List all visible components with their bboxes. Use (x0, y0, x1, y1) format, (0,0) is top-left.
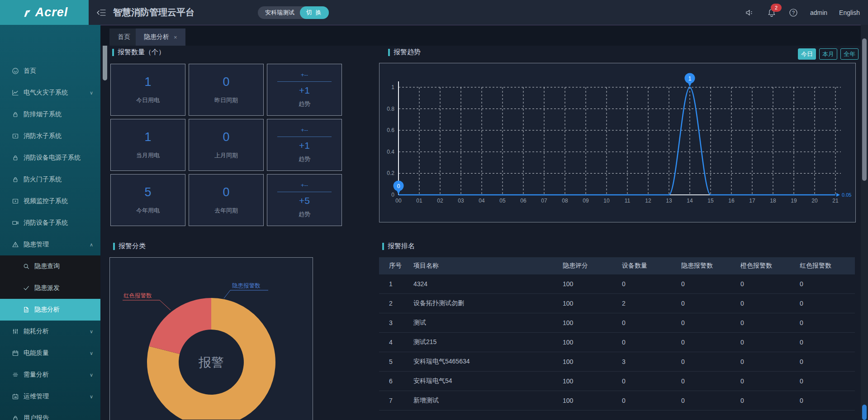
warning-icon (12, 241, 19, 248)
sidebar: 首页电气火灾子系统∨防排烟子系统消防水子系统消防设备电源子系统防火门子系统视频监… (0, 25, 100, 420)
sidebar-item-14[interactable]: 需量分析∨ (0, 364, 100, 386)
sliders-icon (12, 328, 19, 335)
trend-delta: +1 (299, 85, 310, 96)
sidebar-item-label: 用户报告 (24, 414, 49, 420)
cell: 新增测试 (410, 391, 559, 411)
range-button-1[interactable]: 本月 (819, 48, 837, 60)
tab-home[interactable]: 首页 (109, 28, 138, 46)
stat-value: 1 (144, 75, 151, 89)
table-row-1: 2设备拓扑测试勿删1002000 (379, 294, 855, 313)
sidebar-item-label: 消防设备电源子系统 (24, 154, 81, 162)
notification-badge: 2 (771, 4, 782, 12)
sidebar-item-7[interactable]: 消防设备子系统 (0, 212, 100, 234)
sidebar-item-label: 防排烟子系统 (24, 110, 62, 118)
cell: 0 (678, 274, 737, 294)
cell: 0 (796, 274, 855, 294)
alarm-category-chart: 报警隐患报警数红色报警数 (110, 258, 312, 420)
search-icon (23, 263, 30, 270)
stat-value: 0 (223, 185, 229, 199)
sidebar-item-5[interactable]: 防火门子系统 (0, 169, 100, 190)
sidebar-item-1[interactable]: 电气火灾子系统∨ (0, 82, 100, 104)
inner-scrollbar-thumb[interactable] (862, 405, 867, 420)
cell: 0 (737, 274, 796, 294)
cell: 0 (618, 372, 678, 391)
language-switch[interactable]: English (839, 9, 860, 16)
stat-card-6: 5今年用电 (110, 174, 185, 226)
sidebar-item-0[interactable]: 首页 (0, 60, 100, 82)
svg-text:12: 12 (645, 198, 651, 204)
cell: 安科瑞电气5465634 (410, 352, 559, 372)
speaker-icon[interactable] (745, 8, 755, 18)
bell-icon[interactable]: 2 (767, 8, 777, 18)
cell: 3 (379, 313, 410, 333)
table-row-4: 5安科瑞电气54656341003000 (379, 352, 855, 372)
tab-hidden-danger-analysis[interactable]: 隐患分析 × (136, 28, 185, 46)
sidebar-item-12[interactable]: 能耗分析∨ (0, 321, 100, 342)
sidebar-item-9[interactable]: 隐患查询 (0, 255, 100, 277)
sidebar-item-label: 消防水子系统 (24, 132, 62, 140)
svg-text:13: 13 (666, 198, 672, 204)
alarm-trend-title-text: 报警趋势 (394, 48, 421, 57)
svg-text:0.4: 0.4 (387, 149, 394, 155)
svg-text:00: 00 (395, 198, 402, 204)
svg-text:10: 10 (603, 198, 610, 204)
chevron-down-icon: ∨ (90, 329, 93, 335)
tenant-switch-button[interactable]: 切 换 (300, 6, 329, 19)
svg-text:红色报警数: 红色报警数 (123, 293, 152, 299)
stat-card-3: 1当月用电 (110, 119, 185, 171)
sidebar-item-label: 防火门子系统 (24, 175, 62, 184)
alarm-trend-chart: 00.20.40.60.8100010203040506070809101112… (379, 63, 854, 221)
sidebar-item-10[interactable]: 隐患派发 (0, 277, 100, 299)
cell: 0 (737, 294, 796, 313)
demand-icon (12, 371, 19, 378)
stat-label: 上月同期 (214, 151, 238, 160)
svg-text:04: 04 (479, 198, 485, 204)
sidebar-item-label: 消防设备子系统 (24, 219, 68, 227)
sidebar-item-label: 隐患查询 (34, 262, 60, 270)
col-header-4: 隐患报警数 (678, 257, 737, 274)
svg-text:0.6: 0.6 (387, 127, 394, 133)
cell: 3 (618, 352, 678, 372)
chevron-down-icon: ∨ (90, 394, 93, 400)
stat-card-4: 0上月同期 (189, 119, 264, 171)
svg-text:14: 14 (687, 198, 693, 204)
sidebar-item-2[interactable]: 防排烟子系统 (0, 104, 100, 125)
svg-text:?: ? (792, 10, 795, 15)
page-scrollbar-thumb[interactable] (862, 38, 867, 181)
cell: 100 (559, 391, 618, 411)
stat-label: 当月用电 (136, 151, 160, 160)
sidebar-item-6[interactable]: 视频监控子系统 (0, 190, 100, 212)
tab-close-icon[interactable]: × (174, 34, 177, 41)
range-button-2[interactable]: 全年 (840, 48, 859, 60)
sidebar-item-16[interactable]: 用户报告 (0, 407, 100, 420)
cell: 2 (379, 294, 410, 313)
stat-card-7: 0去年同期 (189, 174, 264, 226)
svg-text:0: 0 (397, 183, 400, 189)
sidebar-item-15[interactable]: 运维管理∨ (0, 386, 100, 407)
sidebar-collapse-icon[interactable] (96, 7, 107, 18)
range-button-0[interactable]: 今日 (798, 48, 816, 60)
svg-text:05: 05 (499, 198, 506, 204)
sidebar-item-8[interactable]: 隐患管理∧ (0, 234, 100, 255)
help-icon[interactable]: ? (788, 8, 798, 18)
chevron-down-icon: ∨ (90, 90, 93, 96)
stat-value: 1 (144, 130, 151, 144)
lock-icon (12, 415, 19, 420)
sidebar-item-11-active[interactable]: 隐患分析 (0, 299, 100, 321)
sidebar-item-13[interactable]: 电能质量∨ (0, 342, 100, 364)
cell: 2 (618, 294, 678, 313)
svg-text:0.8: 0.8 (387, 106, 394, 112)
camera-icon (12, 219, 19, 227)
trend-numerator: +-- (301, 71, 308, 78)
sidebar-item-3[interactable]: 消防水子系统 (0, 125, 100, 147)
sidebar-item-label: 能耗分析 (24, 327, 49, 335)
svg-text:隐患报警数: 隐患报警数 (232, 283, 261, 289)
home-icon (12, 67, 19, 75)
sidebar-item-4[interactable]: 消防设备电源子系统 (0, 147, 100, 169)
svg-text:0: 0 (391, 192, 394, 198)
cell: 0 (678, 333, 737, 352)
trend-delta: +5 (299, 195, 310, 206)
cell: 0 (618, 333, 678, 352)
username[interactable]: admin (810, 9, 827, 16)
alarm-count-title: 报警数量（个） (112, 48, 165, 57)
